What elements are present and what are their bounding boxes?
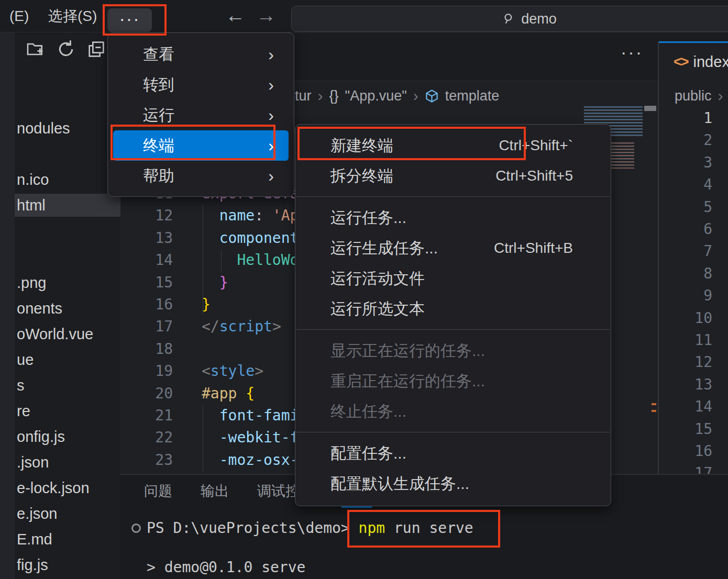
file-item-fig.js[interactable]: fig.js	[15, 553, 120, 576]
menu-item-label: 配置默认生成任务...	[330, 475, 469, 492]
line-number-13: 13	[126, 228, 173, 249]
right-line-number-9: 9	[681, 285, 712, 306]
menu-item-label: 配置任务...	[330, 444, 406, 462]
token: script	[219, 318, 272, 335]
breadcrumb-item[interactable]: public	[675, 88, 712, 104]
right-breadcrumb[interactable]: public ›	[675, 84, 723, 108]
menu-item-label: 运行所选文本	[330, 300, 425, 317]
chevron-right-icon: ›	[318, 87, 323, 105]
token: > demo@0.1.0 serve	[147, 559, 305, 576]
menu-item-label: 运行任务...	[330, 209, 406, 226]
right-line-number-13: 13	[681, 374, 712, 395]
file-item-n.ico[interactable]: n.ico	[15, 168, 120, 191]
overflow-dropdown-menu: 查看›转到›运行›终端›帮助›	[107, 32, 294, 197]
template-cube-icon	[425, 89, 439, 103]
menu-item-label: 运行生成任务...	[330, 239, 438, 257]
html-file-icon: <>	[674, 54, 688, 70]
code-line-17[interactable]: </script>	[202, 316, 281, 337]
breadcrumb[interactable]: tur›{}"App.vue"›template	[295, 84, 499, 108]
search-text: demo	[521, 11, 557, 27]
token: <	[202, 362, 211, 380]
token	[202, 407, 219, 424]
line-number-22: 22	[126, 427, 173, 448]
menu-item-运行活动文件[interactable]: 运行活动文件	[301, 263, 605, 294]
file-item-re[interactable]: re	[15, 399, 120, 422]
file-item-nodules[interactable]: nodules	[15, 117, 120, 140]
collapse-all-icon[interactable]	[86, 39, 107, 60]
token: #app	[202, 385, 246, 402]
menu-item-运行任务...[interactable]: 运行任务...	[301, 203, 605, 233]
file-item-onents[interactable]: onents	[15, 297, 120, 320]
vscode-window: (E) 选择(S) ··· ← → demo nodulesn.icohtml.…	[0, 0, 728, 579]
token: name	[219, 207, 255, 224]
right-line-number-2: 2	[681, 130, 712, 151]
overview-ruler-marker	[652, 403, 656, 405]
menu-item-label: 帮助	[143, 167, 174, 184]
panel-tab-输出[interactable]: 输出	[201, 475, 229, 507]
right-line-number-1: 1	[681, 108, 712, 129]
file-item-onfig.js[interactable]: onfig.js	[15, 425, 120, 448]
minimap-slider[interactable]	[644, 106, 656, 111]
menu-item-帮助[interactable]: 帮助›	[113, 161, 289, 191]
code-line-19[interactable]: <style>	[202, 361, 263, 382]
tab-index-html[interactable]: <> index	[659, 41, 728, 81]
menu-item-shortcut: Ctrl+Shift+B	[494, 233, 573, 263]
right-line-number-8: 8	[681, 263, 712, 284]
line-number-12: 12	[126, 205, 173, 226]
token: }	[219, 274, 228, 291]
menu-item-查看[interactable]: 查看›	[113, 39, 289, 70]
file-item-E.md[interactable]: E.md	[15, 528, 120, 551]
search-icon	[502, 12, 516, 26]
editor-more-actions-icon[interactable]: ···	[621, 42, 643, 62]
annotation-box-terminal-item	[111, 125, 275, 160]
indent-guide	[203, 205, 203, 315]
file-item-e-lock.json[interactable]: e-lock.json	[15, 476, 120, 499]
nav-back-icon[interactable]: ←	[225, 4, 245, 27]
menu-item-运行所选文本[interactable]: 运行所选文本	[301, 294, 605, 324]
line-number-23: 23	[126, 450, 173, 471]
menu-item-运行生成任务...[interactable]: 运行生成任务...Ctrl+Shift+B	[301, 233, 605, 263]
breadcrumb-item[interactable]: template	[445, 88, 500, 104]
menu-item-终止任务...: 终止任务...	[301, 396, 605, 427]
right-line-number-11: 11	[681, 330, 712, 351]
menu-item-label: 重启正在运行的任务...	[330, 372, 485, 389]
menu-item-配置任务...[interactable]: 配置任务...	[301, 438, 605, 469]
file-item-e.json[interactable]: e.json	[15, 502, 120, 525]
token	[202, 207, 219, 224]
annotation-box-npm-run-serve	[347, 510, 500, 548]
code-line-20[interactable]: #app {	[202, 383, 255, 404]
menu-item-label: 运行活动文件	[330, 270, 425, 287]
file-item-ue[interactable]: ue	[15, 348, 120, 371]
file-item-.png[interactable]: .png	[15, 271, 120, 294]
file-item-.json[interactable]: .json	[15, 451, 120, 474]
nav-forward-icon[interactable]: →	[256, 4, 276, 27]
breadcrumb-item[interactable]: tur	[295, 88, 312, 104]
command-center-search[interactable]: demo	[291, 6, 728, 32]
menu-item-label: 转到	[143, 76, 174, 93]
file-item-oWorld.vue[interactable]: oWorld.vue	[15, 322, 120, 346]
new-folder-icon[interactable]	[25, 39, 46, 60]
menu-item-拆分终端[interactable]: 拆分终端Ctrl+Shift+5	[301, 161, 605, 191]
line-number-18: 18	[126, 339, 173, 360]
token	[202, 451, 219, 469]
refresh-icon[interactable]	[56, 39, 76, 60]
file-item-html[interactable]: html	[15, 194, 120, 217]
terminal-submenu: 新建终端Ctrl+Shift+`拆分终端Ctrl+Shift+5运行任务...运…	[295, 124, 611, 506]
indent-guide	[203, 405, 203, 472]
right-line-number-12: 12	[681, 352, 712, 373]
code-line-15[interactable]: }	[202, 272, 228, 293]
menubar-item-edit[interactable]: (E)	[9, 0, 29, 32]
menu-separator	[295, 427, 611, 438]
menu-item-转到[interactable]: 转到›	[113, 70, 289, 100]
panel-tab-问题[interactable]: 问题	[144, 475, 172, 507]
terminal-command-decoration-icon[interactable]	[131, 524, 141, 533]
right-line-number-14: 14	[681, 396, 712, 417]
file-item-s[interactable]: s	[15, 374, 120, 397]
annotation-box-new-terminal	[297, 127, 526, 160]
breadcrumb-item[interactable]: "App.vue"	[345, 88, 407, 104]
editor-group-divider[interactable]	[658, 41, 659, 474]
line-number-17: 17	[126, 316, 173, 337]
menu-item-配置默认生成任务...[interactable]: 配置默认生成任务...	[301, 469, 605, 499]
menu-item-label: 终止任务...	[330, 403, 406, 420]
menubar-item-select[interactable]: 选择(S)	[48, 0, 97, 32]
